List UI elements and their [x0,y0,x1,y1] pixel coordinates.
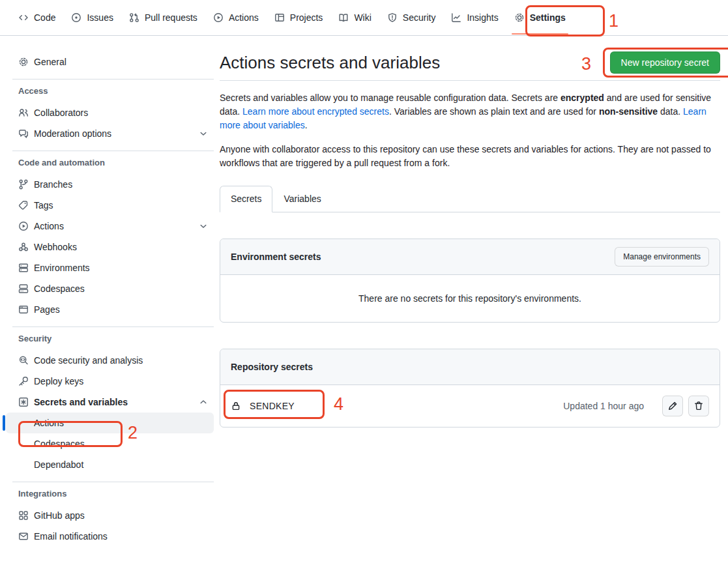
browser-icon [18,304,29,315]
intro-text: data. [658,106,683,117]
play-icon [213,12,224,23]
shield-icon [387,12,398,23]
sidebar-item-tags[interactable]: Tags [6,195,214,216]
sidebar-item-label: Tags [34,200,53,210]
sidebar-item-label: Actions [34,221,64,231]
tab-variables[interactable]: Variables [272,186,332,212]
sidebar-section-integrations: Integrations [6,489,214,499]
tab-code[interactable]: Code [12,7,62,28]
sidebar-item-label: Secrets and variables [34,397,128,407]
sidebar-item-label: Webhooks [34,242,77,252]
chevron-down-icon [198,128,209,139]
sidebar-subitem-dependabot[interactable]: Dependabot [6,454,214,475]
trash-icon [693,401,704,411]
tab-label: Settings [530,11,566,24]
key-icon [18,376,29,386]
git-branch-icon [18,179,29,190]
sidebar-item-label: Pages [34,304,60,315]
sidebar-divider [12,79,214,80]
sidebar-item-secrets-and-variables[interactable]: Secrets and variables [6,392,214,413]
gear-icon [18,57,29,67]
tab-settings[interactable]: Settings [508,7,572,28]
link-encrypted-secrets[interactable]: Learn more about encrypted secrets [242,106,389,117]
sidebar-item-code-security[interactable]: Code security and analysis [6,350,214,371]
edit-secret-button[interactable] [662,396,683,416]
sidebar-section-access: Access [6,86,214,96]
sidebar-item-label: Deploy keys [34,376,83,386]
card-title: Environment secrets [231,252,321,262]
new-repository-secret-button[interactable]: New repository secret [610,51,720,74]
tag-icon [18,200,29,210]
tab-secrets[interactable]: Secrets [220,186,272,212]
codescan-icon [18,355,29,366]
chevron-down-icon [198,221,209,231]
tab-label: Wiki [354,11,371,24]
sidebar-item-label: Moderation options [34,128,111,139]
tab-label: Actions [229,11,259,24]
sidebar-subitem-codespaces[interactable]: Codespaces [6,433,214,454]
secret-row-actions: Updated 1 hour ago [563,396,709,416]
sidebar-item-github-apps[interactable]: GitHub apps [6,505,214,526]
delete-secret-button[interactable] [688,396,709,416]
comment-discussion-icon [18,128,29,139]
sidebar-item-deploy-keys[interactable]: Deploy keys [6,371,214,392]
sidebar-item-codespaces[interactable]: Codespaces [6,278,214,299]
repository-secrets-card: Repository secrets SENDKEY Updated 1 hou… [220,349,720,427]
intro-paragraph: Secrets and variables allow you to manag… [220,91,720,132]
tab-label: Security [403,11,436,24]
pencil-icon [667,401,678,411]
sidebar-item-webhooks[interactable]: Webhooks [6,237,214,257]
sidebar-divider [12,326,214,327]
sidebar-item-pages[interactable]: Pages [6,299,214,320]
page-title: Actions secrets and variables [220,51,440,74]
sidebar-item-label: Collaborators [34,108,88,118]
sidebar-section-security: Security [6,334,214,343]
sidebar-item-branches[interactable]: Branches [6,174,214,195]
secrets-variables-tabs: Secrets Variables [220,186,720,212]
tab-pull-requests[interactable]: Pull requests [123,7,204,28]
mail-icon [18,531,29,542]
environment-secrets-card: Environment secrets Manage environments … [220,239,720,323]
apps-icon [18,510,29,521]
secret-name: SENDKEY [231,401,295,411]
intro-bold-encrypted: encrypted [561,93,604,103]
sidebar-item-collaborators[interactable]: Collaborators [6,102,214,123]
repository-secrets-header: Repository secrets [220,349,720,385]
tab-label: Pull requests [145,11,197,24]
sidebar-section-code-and-automation: Code and automation [6,158,214,167]
sidebar-item-label: Codespaces [34,283,85,294]
intro-bold-non-sensitive: non-sensitive [599,106,658,117]
intro-text: Secrets and variables allow you to manag… [220,93,561,103]
settings-sidebar: General Access Collaborators Moderation … [0,36,220,553]
sidebar-item-general[interactable]: General [6,51,214,72]
play-icon [18,221,29,231]
sidebar-item-label: GitHub apps [34,510,85,521]
sidebar-item-label: Code security and analysis [34,355,143,366]
sidebar-item-label: Actions [34,418,64,428]
tab-wiki[interactable]: Wiki [332,7,377,28]
sidebar-divider [12,482,214,482]
issue-opened-icon [71,12,81,23]
sidebar-item-email-notifications[interactable]: Email notifications [6,526,214,547]
intro-text: . Variables are shown as plain text and … [389,106,599,117]
code-icon [18,12,29,23]
tab-insights[interactable]: Insights [444,7,504,28]
tab-security[interactable]: Security [381,7,443,28]
tab-label: Issues [87,11,113,24]
tab-issues[interactable]: Issues [65,7,119,28]
sidebar-subitem-actions[interactable]: Actions [6,413,214,433]
sidebar-item-environments[interactable]: Environments [6,257,214,278]
environment-secrets-empty-message: There are no secrets for this repository… [220,275,720,322]
sidebar-item-moderation-options[interactable]: Moderation options [6,123,214,144]
chevron-up-icon [198,397,209,407]
secret-updated-text: Updated 1 hour ago [563,401,644,411]
sidebar-item-label: Branches [34,179,72,190]
sidebar-item-label: Environments [34,263,90,273]
tab-projects[interactable]: Projects [268,7,330,28]
sidebar-item-label: General [34,57,66,67]
manage-environments-button[interactable]: Manage environments [615,247,709,267]
webhook-icon [18,242,29,252]
sidebar-item-actions[interactable]: Actions [6,216,214,237]
tab-actions[interactable]: Actions [207,7,265,28]
secret-name-text: SENDKEY [250,401,295,411]
